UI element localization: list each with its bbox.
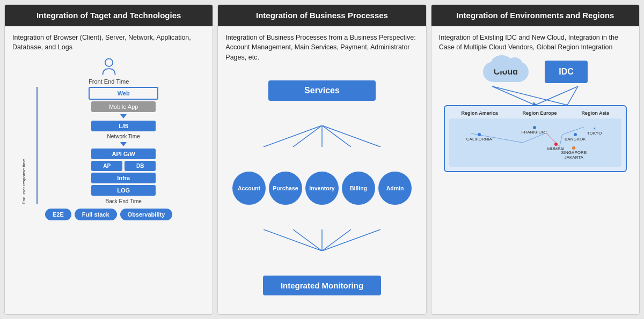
panel-environments-regions: Integration of Environments and Regions … [431, 4, 640, 315]
panel1-desc: Integration of Browser (Client), Server,… [12, 33, 205, 53]
panel2-diagram: Services Account Purchase Inventory Bill… [225, 68, 418, 308]
db-box: DB [125, 161, 156, 171]
infra-box: Infra [91, 173, 156, 183]
e2e-pill[interactable]: E2E [45, 209, 71, 220]
svg-point-0 [105, 58, 112, 66]
arrow1 [120, 114, 127, 118]
arrow2 [120, 142, 127, 146]
panel3-diagram: Cloud IDC Region America Reg [439, 58, 632, 308]
diagram-center: Web Mobile App L/B Network Time API G/W … [42, 87, 205, 204]
network-time-label: Network Time [107, 133, 140, 139]
lb-box: L/B [91, 121, 156, 131]
billing-circle: Billing [342, 172, 375, 205]
panel2-body: Integration of Business Processes from a… [218, 26, 426, 315]
fullstack-pill[interactable]: Full stack [75, 209, 117, 220]
cloud-idc-arrows-svg [449, 86, 621, 105]
svg-line-7 [293, 229, 322, 251]
panel1-body: Integration of Browser (Client), Server,… [5, 26, 213, 315]
panel2-desc: Integration of Business Processes from a… [225, 33, 418, 63]
observability-pill[interactable]: Observability [120, 209, 173, 220]
integrated-monitoring-box: Integrated Monitoring [263, 276, 381, 295]
bracket-line [36, 87, 38, 204]
services-box: Services [268, 80, 376, 101]
panel3-desc: Integration of Existing IDC and New Clou… [439, 33, 632, 53]
admin-circle: Admin [378, 172, 412, 205]
clouds-row: Cloud IDC [483, 61, 588, 83]
svg-line-14 [567, 86, 578, 105]
panel3-header: Integration of Environments and Regions [431, 5, 639, 26]
panel2-header: Integration of Business Processes [218, 5, 426, 26]
svg-line-17 [546, 133, 559, 146]
back-end-label: Back End Time [106, 198, 142, 204]
map-regions: Region America Region Europe Region Asia [449, 110, 621, 116]
web-box: Web [89, 87, 158, 100]
svg-line-6 [264, 229, 322, 251]
map-body: CALIFORNIA FRANKFURT MUMBAI [449, 118, 621, 167]
svg-line-10 [322, 229, 380, 251]
diagram-bracket: End user response time Web Mobile App L/… [12, 87, 205, 204]
map-container: Region America Region Europe Region Asia… [444, 105, 627, 172]
mobile-app-box: Mobile App [91, 101, 156, 112]
panel1-diagram: Front End Time End user response time We… [12, 58, 205, 308]
panel3-body: Integration of Existing IDC and New Clou… [431, 26, 639, 315]
svg-line-15 [471, 133, 522, 143]
purchase-circle: Purchase [269, 172, 302, 205]
log-box: LOG [91, 185, 156, 196]
left-labels: End user response time [12, 87, 42, 204]
lines-bottom-svg [247, 229, 397, 251]
front-end-label: Front End Time [89, 78, 129, 85]
map-lines-svg [449, 118, 621, 167]
svg-line-1 [264, 125, 322, 147]
circles-row: Account Purchase Inventory Billing Admin [232, 172, 412, 205]
account-circle: Account [232, 172, 266, 205]
lines-top-svg [247, 125, 397, 147]
cloud-shape: Cloud [483, 62, 529, 82]
svg-line-4 [322, 125, 351, 147]
panel1-header: Integration of Taget and Technologies [5, 5, 213, 26]
svg-line-18 [559, 135, 562, 146]
ap-box: AP [91, 161, 122, 171]
person-icon [99, 58, 119, 77]
ap-db-row: AP DB [91, 161, 156, 171]
region-europe: Region Europe [523, 110, 557, 116]
svg-line-9 [322, 229, 351, 251]
end-user-label: End user response time [13, 87, 34, 204]
panel-integration-targets: Integration of Taget and Technologies In… [4, 4, 213, 315]
svg-line-5 [322, 125, 380, 147]
svg-line-2 [293, 125, 322, 147]
api-gw-box: API G/W [91, 149, 156, 159]
region-america: Region America [462, 110, 498, 116]
inventory-circle: Inventory [305, 172, 339, 205]
region-asia: Region Asia [581, 110, 609, 116]
idc-box: IDC [545, 61, 588, 83]
panel-business-processes: Integration of Business Processes Integr… [217, 4, 426, 315]
bottom-pills: E2E Full stack Observability [45, 209, 172, 220]
svg-line-16 [522, 133, 546, 143]
svg-line-19 [562, 127, 583, 135]
